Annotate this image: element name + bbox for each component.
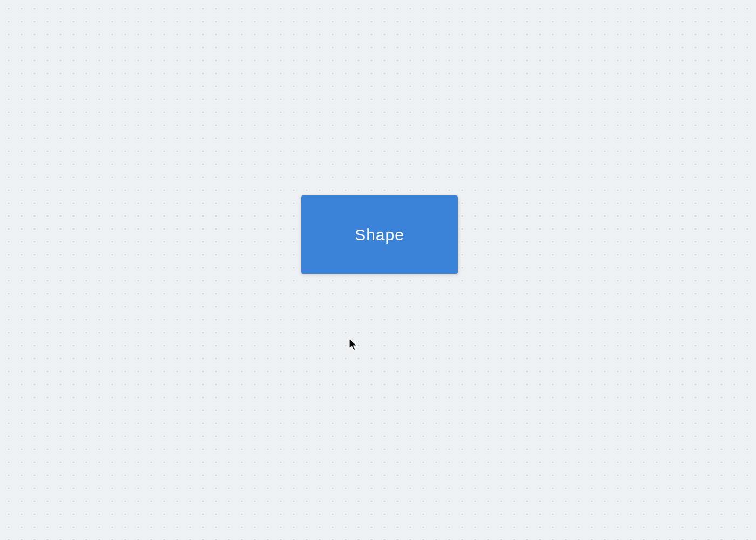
diagram-canvas[interactable]: Shape [0, 0, 756, 540]
shape-label: Shape [355, 226, 404, 244]
cursor-icon [349, 338, 360, 352]
shape-node[interactable]: Shape [301, 195, 458, 274]
